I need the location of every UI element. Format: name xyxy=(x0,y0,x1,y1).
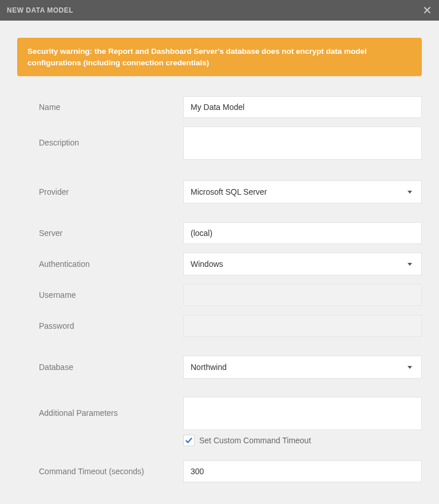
label-password: Password xyxy=(17,321,183,330)
check-icon xyxy=(185,436,193,444)
database-select[interactable]: Northwind xyxy=(183,356,422,379)
server-input[interactable] xyxy=(183,222,422,244)
provider-select[interactable]: Microsoft SQL Server xyxy=(183,180,422,203)
password-input xyxy=(183,315,422,337)
set-custom-timeout-label: Set Custom Command Timeout xyxy=(199,436,311,445)
dialog-footer: OK Cancel xyxy=(17,491,422,504)
security-warning-banner: Security warning: the Report and Dashboa… xyxy=(17,38,422,76)
titlebar: NEW DATA MODEL ✕ xyxy=(0,0,439,21)
row-set-custom-timeout: Set Custom Command Timeout xyxy=(183,435,422,446)
description-input[interactable] xyxy=(183,127,422,160)
row-authentication: Authentication Windows xyxy=(17,253,422,275)
name-input[interactable] xyxy=(183,96,422,118)
label-additional-parameters: Additional Parameters xyxy=(17,397,183,418)
label-provider: Provider xyxy=(17,187,183,196)
provider-value: Microsoft SQL Server xyxy=(191,187,267,196)
label-name: Name xyxy=(17,103,183,112)
chevron-down-icon xyxy=(408,191,412,194)
label-authentication: Authentication xyxy=(17,259,183,269)
label-description: Description xyxy=(17,127,183,147)
authentication-value: Windows xyxy=(191,259,223,269)
row-description: Description xyxy=(17,127,422,162)
row-username: Username xyxy=(17,284,422,306)
additional-parameters-input[interactable] xyxy=(183,397,422,430)
authentication-select[interactable]: Windows xyxy=(183,253,422,275)
label-command-timeout: Command Timeout (seconds) xyxy=(17,467,183,476)
row-server: Server xyxy=(17,222,422,245)
row-name: Name xyxy=(17,96,422,119)
row-additional-parameters: Additional Parameters Set Custom Command… xyxy=(17,397,422,452)
label-database: Database xyxy=(17,363,183,372)
row-provider: Provider Microsoft SQL Server xyxy=(17,180,422,203)
database-value: Northwind xyxy=(191,363,227,372)
chevron-down-icon xyxy=(408,366,412,369)
chevron-down-icon xyxy=(408,263,412,266)
row-command-timeout: Command Timeout (seconds) xyxy=(17,460,422,483)
close-icon[interactable]: ✕ xyxy=(422,5,432,16)
label-username: Username xyxy=(17,290,183,300)
label-server: Server xyxy=(17,229,183,238)
username-input xyxy=(183,284,422,306)
row-password: Password xyxy=(17,314,422,337)
dialog-content: Security warning: the Report and Dashboa… xyxy=(0,21,439,504)
row-database: Database Northwind xyxy=(17,356,422,379)
set-custom-timeout-checkbox[interactable] xyxy=(183,435,195,446)
dialog-title: NEW DATA MODEL xyxy=(7,6,73,14)
command-timeout-input[interactable] xyxy=(183,460,422,482)
